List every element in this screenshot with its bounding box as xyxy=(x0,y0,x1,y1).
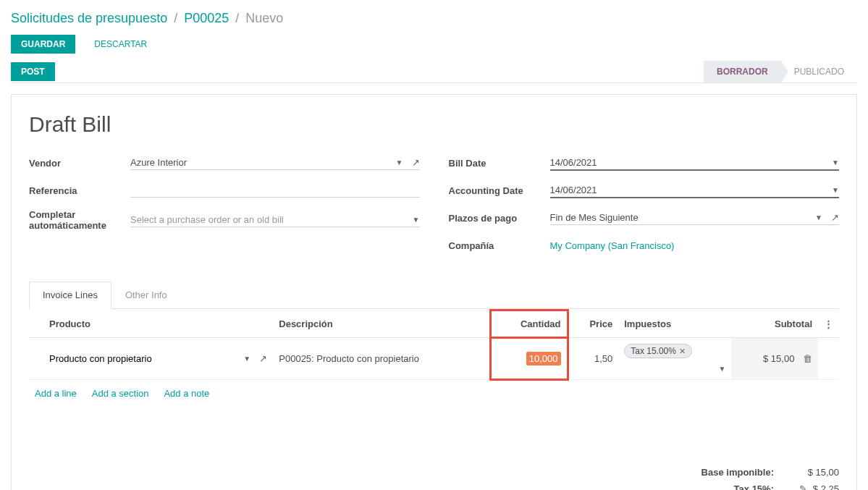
add-line-link[interactable]: Add a line xyxy=(35,388,77,399)
external-link-icon[interactable]: ↗ xyxy=(412,157,420,168)
reference-field[interactable] xyxy=(130,185,420,195)
tax-label: Tax 15%: xyxy=(687,483,774,490)
breadcrumb-sep: / xyxy=(235,11,239,25)
breadcrumb-sep: / xyxy=(174,11,177,25)
col-description: Descripción xyxy=(273,311,491,338)
reference-label: Referencia xyxy=(29,185,130,196)
external-link-icon[interactable]: ↗ xyxy=(259,353,267,364)
chevron-down-icon[interactable]: ▼ xyxy=(815,214,822,221)
chevron-down-icon[interactable]: ▼ xyxy=(413,216,420,224)
breadcrumb-root[interactable]: Solicitudes de presupuesto xyxy=(11,11,167,25)
tab-invoice-lines[interactable]: Invoice Lines xyxy=(29,282,111,309)
add-section-link[interactable]: Add a section xyxy=(92,388,149,399)
vendor-label: Vendor xyxy=(29,158,130,169)
chevron-down-icon[interactable]: ▼ xyxy=(718,365,725,373)
save-button[interactable]: GUARDAR xyxy=(11,35,75,54)
company-link[interactable]: My Company (San Francisco) xyxy=(550,240,675,251)
table-row: ▼ ↗ P00025: Producto con propietario 10,… xyxy=(29,338,839,380)
breadcrumb-current: Nuevo xyxy=(245,11,283,25)
product-field[interactable] xyxy=(49,353,239,364)
status-draft[interactable]: BORRADOR xyxy=(704,61,781,83)
untaxed-label: Base imponible: xyxy=(687,467,774,478)
chevron-down-icon[interactable]: ▼ xyxy=(832,159,839,166)
external-link-icon[interactable]: ↗ xyxy=(831,212,839,223)
accounting-date-field[interactable] xyxy=(550,185,828,195)
kebab-menu-icon[interactable]: ⋮ xyxy=(824,318,833,329)
col-product: Producto xyxy=(43,311,273,338)
col-price: Price xyxy=(568,311,618,338)
col-subtotal: Subtotal xyxy=(731,311,818,338)
chevron-down-icon[interactable]: ▼ xyxy=(832,186,839,194)
autocomplete-label: Completar automáticamente xyxy=(29,209,130,231)
autocomplete-field[interactable] xyxy=(130,214,408,225)
bill-date-field[interactable] xyxy=(550,157,828,168)
description-cell[interactable]: P00025: Producto con propietario xyxy=(279,353,419,364)
add-note-link[interactable]: Add a note xyxy=(164,388,209,399)
tax-value: $ 2.25 xyxy=(813,483,839,490)
subtotal-cell: $ 15,00 xyxy=(763,353,794,364)
payment-terms-field[interactable] xyxy=(550,212,812,223)
breadcrumb: Solicitudes de presupuesto / P00025 / Nu… xyxy=(11,11,857,26)
payment-terms-label: Plazos de pago xyxy=(449,213,550,224)
untaxed-value: $ 15,00 xyxy=(788,467,839,478)
bill-date-label: Bill Date xyxy=(449,158,550,169)
accounting-date-label: Accounting Date xyxy=(449,185,550,196)
trash-icon[interactable]: 🗑 xyxy=(803,353,812,364)
tab-other-info[interactable]: Other Info xyxy=(111,282,181,308)
price-cell[interactable]: 1,50 xyxy=(594,353,612,364)
col-taxes: Impuestos xyxy=(618,311,731,338)
company-label: Compañía xyxy=(449,240,550,251)
status-posted[interactable]: PUBLICADO xyxy=(781,61,857,83)
post-button[interactable]: POST xyxy=(11,62,55,81)
quantity-value[interactable]: 10,000 xyxy=(526,352,561,366)
pencil-icon[interactable]: ✎ xyxy=(799,483,807,490)
statusbar: BORRADOR PUBLICADO xyxy=(704,61,857,83)
vendor-field-wrap: ▼ ↗ xyxy=(130,156,420,170)
tax-tag[interactable]: Tax 15.00% ✕ xyxy=(624,344,692,358)
discard-button[interactable]: DESCARTAR xyxy=(84,35,157,54)
chevron-down-icon[interactable]: ▼ xyxy=(243,355,250,363)
vendor-field[interactable] xyxy=(130,157,392,168)
col-quantity: Cantidad xyxy=(491,311,568,338)
tag-remove-icon[interactable]: ✕ xyxy=(679,347,686,356)
page-title: Draft Bill xyxy=(29,112,839,137)
breadcrumb-ref[interactable]: P00025 xyxy=(184,11,229,25)
chevron-down-icon[interactable]: ▼ xyxy=(396,159,403,166)
